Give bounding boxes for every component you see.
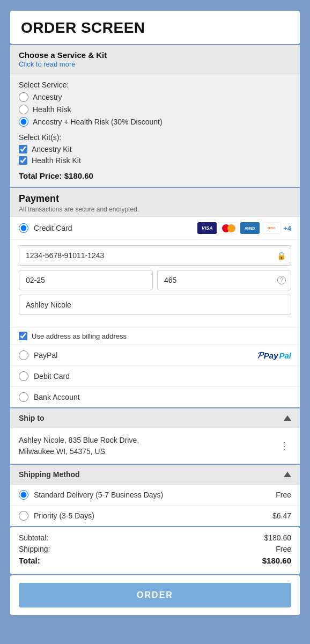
card-number-wrap: 🔒 xyxy=(19,245,291,266)
priority-delivery-label: Priority (3-5 Days) xyxy=(34,511,272,520)
subtotal-label: Subtotal: xyxy=(19,533,48,542)
credit-card-label: Credit Card xyxy=(34,224,197,232)
bank-account-label: Bank Account xyxy=(34,393,291,401)
total-label: Total: xyxy=(19,556,40,565)
service-option-health-risk[interactable]: Health Risk xyxy=(19,105,291,114)
order-button[interactable]: ORDER xyxy=(19,583,291,608)
health-risk-kit-label: Health Risk Kit xyxy=(32,156,81,165)
ancestry-kit-label: Ancestry Kit xyxy=(32,145,72,153)
shipping-row: Shipping: Free xyxy=(19,545,291,553)
paypal-text-icon: Pay xyxy=(264,351,278,360)
select-service-label: Select Service: xyxy=(19,80,291,89)
card-number-input[interactable] xyxy=(19,245,291,266)
lock-icon: 🔒 xyxy=(277,251,286,260)
name-on-card-input[interactable] xyxy=(19,295,291,315)
ship-address-text: Ashley Nicole, 835 Blue Rock Drive, Milw… xyxy=(19,435,139,457)
shipping-label: Shipping: xyxy=(19,545,50,553)
payment-option-credit-card[interactable]: Credit Card VISA AMEX DISC +4 xyxy=(10,217,300,240)
service-option-ancestry-health[interactable]: Ancestry + Health Risk (30% Discount) xyxy=(19,117,291,127)
billing-checkbox[interactable] xyxy=(19,332,27,340)
more-cards-icon: +4 xyxy=(283,224,291,232)
payment-header: Payment All transactions are secure and … xyxy=(10,188,300,217)
expiry-input[interactable] xyxy=(19,270,153,290)
subtotal-value: $180.60 xyxy=(264,533,291,542)
name-on-card-wrap xyxy=(19,295,291,315)
credit-card-form: 🔒 ? xyxy=(10,240,300,327)
discover-icon: DISC xyxy=(262,222,281,234)
paypal-label: PayPal xyxy=(34,351,257,360)
service-kit-heading: Choose a Service & Kit xyxy=(19,50,107,60)
debit-card-label: Debit Card xyxy=(34,372,291,380)
shipping-method-title: Shipping Method xyxy=(19,470,80,479)
shipping-option-priority[interactable]: Priority (3-5 Days) $6.47 xyxy=(10,506,300,526)
cvv-help-icon: ? xyxy=(277,276,286,284)
expiry-wrap xyxy=(19,270,153,290)
card-icons: VISA AMEX DISC +4 xyxy=(197,222,291,234)
payment-option-bank-account[interactable]: Bank Account xyxy=(10,387,300,407)
shipping-method-chevron-icon xyxy=(284,472,291,477)
shipping-option-standard[interactable]: Standard Delivery (5-7 Business Days) Fr… xyxy=(10,485,300,506)
subtotal-row: Subtotal: $180.60 xyxy=(19,533,291,542)
service-kit-header: Choose a Service & Kit Click to read mor… xyxy=(10,45,300,74)
read-more-link[interactable]: Click to read more xyxy=(19,60,291,68)
total-value: $180.60 xyxy=(262,556,291,565)
total-price: Total Price: $180.60 xyxy=(19,171,291,180)
total-row: Total: $180.60 xyxy=(19,556,291,565)
address-more-icon[interactable]: ⋮ xyxy=(277,440,291,452)
amex-icon: AMEX xyxy=(240,222,260,234)
billing-checkbox-row[interactable]: Use address as billing address xyxy=(10,327,300,345)
shipping-method-header[interactable]: Shipping Method xyxy=(10,465,300,485)
ship-to-header[interactable]: Ship to xyxy=(10,408,300,428)
paypal-p-icon: 𝓟 xyxy=(257,350,263,360)
ancestry-label: Ancestry xyxy=(33,93,62,101)
cvv-input[interactable] xyxy=(157,270,291,290)
payment-option-paypal[interactable]: PayPal 𝓟 PayPal xyxy=(10,345,300,366)
payment-subtitle: All transactions are secure and encrypte… xyxy=(19,206,291,213)
mastercard-icon xyxy=(219,222,238,234)
ancestry-health-label: Ancestry + Health Risk (30% Discount) xyxy=(33,118,163,126)
ship-to-title: Ship to xyxy=(19,414,44,422)
health-risk-label: Health Risk xyxy=(33,105,71,114)
payment-option-debit-card[interactable]: Debit Card xyxy=(10,366,300,387)
shipping-value: Free xyxy=(276,545,291,553)
visa-icon: VISA xyxy=(197,222,217,234)
kit-ancestry[interactable]: Ancestry Kit xyxy=(19,145,291,153)
priority-delivery-price: $6.47 xyxy=(272,511,291,520)
order-button-section: ORDER xyxy=(10,575,300,615)
service-option-ancestry[interactable]: Ancestry xyxy=(19,92,291,102)
ship-address-row: Ashley Nicole, 835 Blue Rock Drive, Milw… xyxy=(10,428,300,464)
standard-delivery-label: Standard Delivery (5-7 Business Days) xyxy=(34,491,276,499)
cvv-wrap: ? xyxy=(157,270,291,290)
paypal-logo: 𝓟 PayPal xyxy=(257,350,291,360)
page-title: ORDER SCREEN xyxy=(21,19,289,36)
paypal-pal-text: Pal xyxy=(279,351,291,360)
kit-health-risk[interactable]: Health Risk Kit xyxy=(19,156,291,165)
ship-to-chevron-icon xyxy=(284,415,291,421)
billing-checkbox-label: Use address as billing address xyxy=(32,332,127,340)
payment-title: Payment xyxy=(19,193,291,204)
select-kits-label: Select Kit(s): xyxy=(19,133,291,142)
standard-delivery-price: Free xyxy=(276,491,291,499)
